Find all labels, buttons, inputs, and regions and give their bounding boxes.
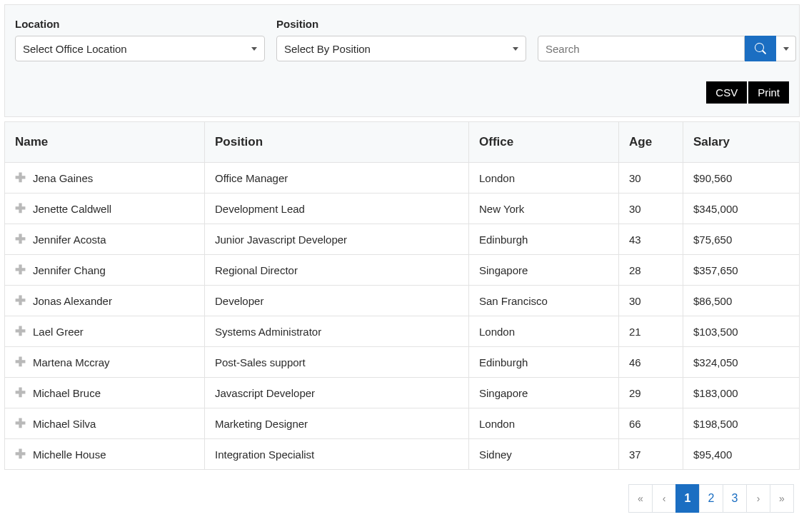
cell-salary: $324,050 xyxy=(683,347,800,378)
page-prev[interactable]: ‹ xyxy=(652,484,676,513)
cell-age: 30 xyxy=(619,286,683,316)
col-name[interactable]: Name xyxy=(5,122,205,163)
page-1[interactable]: 1 xyxy=(675,484,700,513)
page-next[interactable]: › xyxy=(746,484,770,513)
cell-position: Systems Administrator xyxy=(205,316,469,347)
cell-name: ✚Lael Greer xyxy=(5,316,205,347)
expand-icon[interactable]: ✚ xyxy=(15,294,26,307)
table-body: ✚Jena GainesOffice ManagerLondon30$90,56… xyxy=(5,163,800,470)
cell-name: ✚Michelle House xyxy=(5,439,205,470)
cell-age: 29 xyxy=(619,378,683,408)
table-row: ✚Michael SilvaMarketing DesignerLondon66… xyxy=(5,408,800,439)
cell-salary: $90,560 xyxy=(683,163,800,194)
cell-salary: $345,000 xyxy=(683,194,800,224)
page-2[interactable]: 2 xyxy=(699,484,723,513)
data-table: Name Position Office Age Salary ✚Jena Ga… xyxy=(4,121,800,470)
col-office[interactable]: Office xyxy=(469,122,619,163)
cell-office: New York xyxy=(469,194,619,224)
chevron-down-icon xyxy=(513,47,518,51)
table-row: ✚Jonas AlexanderDeveloperSan Francisco30… xyxy=(5,286,800,316)
cell-salary: $183,000 xyxy=(683,378,800,408)
cell-name: ✚Jenette Caldwell xyxy=(5,194,205,224)
col-age[interactable]: Age xyxy=(619,122,683,163)
cell-name: ✚Michael Bruce xyxy=(5,378,205,408)
table-row: ✚Michael BruceJavascript DeveloperSingap… xyxy=(5,378,800,408)
table-row: ✚Jena GainesOffice ManagerLondon30$90,56… xyxy=(5,163,800,194)
col-position[interactable]: Position xyxy=(205,122,469,163)
expand-icon[interactable]: ✚ xyxy=(15,448,26,461)
page-3[interactable]: 3 xyxy=(723,484,747,513)
location-select-value: Select Office Location xyxy=(23,43,127,55)
cell-office: London xyxy=(469,163,619,194)
cell-position: Integration Specialist xyxy=(205,439,469,470)
location-filter-group: Location Select Office Location xyxy=(15,18,265,61)
page-last[interactable]: » xyxy=(770,484,794,513)
cell-salary: $75,650 xyxy=(683,224,800,255)
page-first[interactable]: « xyxy=(628,484,653,513)
expand-icon[interactable]: ✚ xyxy=(15,417,26,430)
table-row: ✚Martena MccrayPost-Sales supportEdinbur… xyxy=(5,347,800,378)
cell-name: ✚Jonas Alexander xyxy=(5,286,205,316)
table-row: ✚Michelle HouseIntegration SpecialistSid… xyxy=(5,439,800,470)
position-select-value: Select By Position xyxy=(284,43,371,55)
name-text: Jennifer Acosta xyxy=(33,234,106,246)
cell-office: London xyxy=(469,316,619,347)
search-button[interactable] xyxy=(745,36,776,61)
chevron-down-icon xyxy=(251,47,257,51)
cell-age: 66 xyxy=(619,408,683,439)
position-label: Position xyxy=(276,18,526,30)
cell-office: Edinburgh xyxy=(469,347,619,378)
cell-name: ✚Michael Silva xyxy=(5,408,205,439)
location-select[interactable]: Select Office Location xyxy=(15,36,265,61)
search-input[interactable] xyxy=(538,36,745,61)
cell-office: Singapore xyxy=(469,378,619,408)
expand-icon[interactable]: ✚ xyxy=(15,325,26,338)
pagination: « ‹ 123 › » xyxy=(0,470,804,530)
table-row: ✚Jennifer ChangRegional DirectorSingapor… xyxy=(5,255,800,286)
expand-icon[interactable]: ✚ xyxy=(15,386,26,399)
cell-office: Sidney xyxy=(469,439,619,470)
expand-icon[interactable]: ✚ xyxy=(15,233,26,246)
cell-name: ✚Jena Gaines xyxy=(5,163,205,194)
cell-salary: $86,500 xyxy=(683,286,800,316)
table-row: ✚Jennifer AcostaJunior Javascript Develo… xyxy=(5,224,800,255)
expand-icon[interactable]: ✚ xyxy=(15,264,26,276)
col-salary[interactable]: Salary xyxy=(683,122,800,163)
export-row: CSV Print xyxy=(5,74,799,116)
table-row: ✚Lael GreerSystems AdministratorLondon21… xyxy=(5,316,800,347)
cell-age: 21 xyxy=(619,316,683,347)
expand-icon[interactable]: ✚ xyxy=(15,356,26,368)
csv-button[interactable]: CSV xyxy=(706,81,747,104)
cell-office: San Francisco xyxy=(469,286,619,316)
cell-salary: $357,650 xyxy=(683,255,800,286)
expand-icon[interactable]: ✚ xyxy=(15,202,26,215)
expand-icon[interactable]: ✚ xyxy=(15,171,26,184)
table-row: ✚Jenette CaldwellDevelopment LeadNew Yor… xyxy=(5,194,800,224)
cell-age: 43 xyxy=(619,224,683,255)
cell-age: 30 xyxy=(619,163,683,194)
cell-name: ✚Jennifer Acosta xyxy=(5,224,205,255)
search-icon xyxy=(755,43,766,54)
name-text: Jennifer Chang xyxy=(33,264,106,276)
cell-position: Javascript Developer xyxy=(205,378,469,408)
cell-age: 37 xyxy=(619,439,683,470)
cell-salary: $198,500 xyxy=(683,408,800,439)
name-text: Michael Silva xyxy=(33,418,96,430)
cell-position: Junior Javascript Developer xyxy=(205,224,469,255)
cell-position: Regional Director xyxy=(205,255,469,286)
filter-panel: Location Select Office Location Position… xyxy=(4,4,800,117)
cell-name: ✚Jennifer Chang xyxy=(5,255,205,286)
cell-position: Marketing Designer xyxy=(205,408,469,439)
cell-age: 28 xyxy=(619,255,683,286)
name-text: Martena Mccray xyxy=(33,356,110,368)
table-header: Name Position Office Age Salary xyxy=(5,122,800,163)
cell-salary: $103,500 xyxy=(683,316,800,347)
cell-position: Development Lead xyxy=(205,194,469,224)
filter-bar: Location Select Office Location Position… xyxy=(5,5,799,74)
position-select[interactable]: Select By Position xyxy=(276,36,526,61)
cell-office: London xyxy=(469,408,619,439)
search-dropdown-toggle[interactable] xyxy=(776,36,796,61)
name-text: Jenette Caldwell xyxy=(33,203,111,215)
print-button[interactable]: Print xyxy=(748,81,789,104)
name-text: Lael Greer xyxy=(33,326,84,338)
